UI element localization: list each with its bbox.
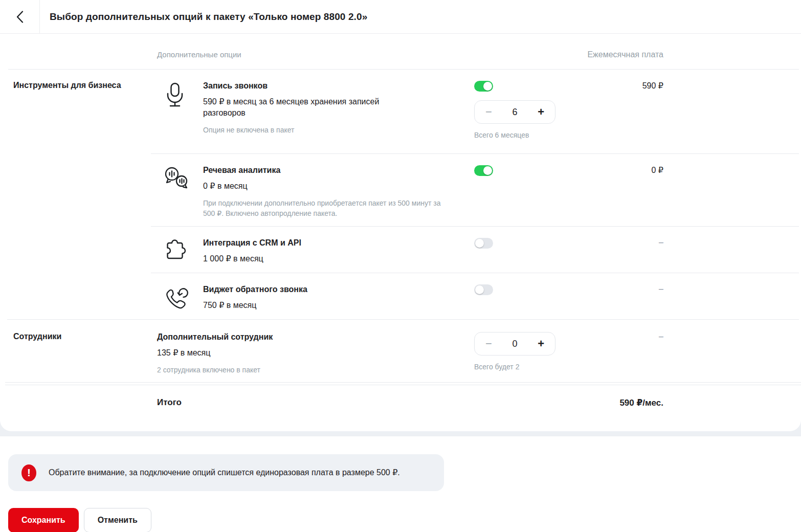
- option-description: 750 ₽ в месяц: [203, 300, 307, 311]
- option-description: 1 000 ₽ в месяц: [203, 253, 301, 264]
- option-fee: 0 ₽: [556, 165, 663, 175]
- total-label: Итого: [157, 397, 182, 408]
- option-note: 2 сотрудника включено в пакет: [157, 365, 273, 375]
- action-buttons: Сохранить Отменить: [8, 508, 801, 532]
- column-header-fee: Ежемесячная плата: [587, 50, 663, 59]
- call-recording-stepper: − 6 +: [474, 100, 555, 124]
- option-title: Виджет обратного звонка: [203, 284, 307, 295]
- crm-api-toggle[interactable]: [474, 238, 493, 249]
- option-fee: –: [556, 332, 663, 341]
- extra-employee-stepper: − 0 +: [474, 332, 555, 356]
- stepper-value: 0: [512, 339, 517, 349]
- options-card: Дополнительные опции Ежемесячная плата И…: [0, 34, 801, 431]
- section-label-business: Инструменты для бизнеса: [13, 81, 121, 90]
- table-header-row: Дополнительные опции Ежемесячная плата: [0, 34, 801, 69]
- content-background: Дополнительные опции Ежемесячная плата И…: [0, 34, 801, 436]
- stepper-increase-button[interactable]: +: [536, 104, 546, 120]
- option-note: При подключении дополнительно приобретае…: [203, 198, 448, 218]
- option-fee: –: [556, 238, 663, 247]
- total-row: Итого 590 ₽/мес.: [0, 385, 801, 431]
- option-row-callback-widget: Виджет обратного звонка 750 ₽ в месяц –: [0, 273, 801, 319]
- stepper-decrease-button[interactable]: −: [483, 336, 494, 351]
- exclamation-icon: !: [21, 464, 36, 481]
- stepper-hint: Всего 6 месяцев: [474, 131, 556, 139]
- option-row-call-recording: Инструменты для бизнеса Запись звонков 5…: [0, 70, 801, 153]
- toggle-knob: [483, 82, 492, 91]
- speech-analytics-icon: [157, 165, 203, 218]
- notice-text: Обратите внимание, за подключение опций …: [49, 467, 400, 478]
- cancel-button[interactable]: Отменить: [84, 508, 151, 532]
- chevron-left-icon: [16, 10, 24, 24]
- one-time-fee-notice: ! Обратите внимание, за подключение опци…: [8, 454, 444, 491]
- puzzle-icon: [157, 238, 203, 264]
- option-description: 135 ₽ в месяц: [157, 347, 273, 359]
- save-button[interactable]: Сохранить: [8, 508, 79, 532]
- option-description: 590 ₽ в месяц за 6 месяцев хранения запи…: [203, 96, 382, 119]
- option-title: Дополнительный сотрудник: [157, 332, 273, 342]
- option-title: Интеграция с CRM и API: [203, 238, 301, 248]
- option-fee: –: [556, 284, 663, 294]
- toggle-knob: [483, 166, 492, 175]
- option-title: Запись звонков: [203, 81, 382, 91]
- toggle-knob: [475, 285, 484, 294]
- call-recording-toggle[interactable]: [474, 81, 493, 92]
- stepper-decrease-button[interactable]: −: [483, 104, 494, 120]
- toggle-knob: [475, 239, 484, 248]
- option-description: 0 ₽ в месяц: [203, 181, 382, 192]
- top-bar: Выбор дополнительных опций к пакету «Тол…: [0, 0, 801, 34]
- stepper-increase-button[interactable]: +: [536, 336, 546, 351]
- option-note: Опция не включена в пакет: [203, 125, 382, 135]
- microphone-icon: [157, 81, 203, 135]
- stepper-hint: Всего будет 2: [474, 363, 556, 371]
- stepper-value: 6: [512, 107, 517, 118]
- back-button[interactable]: [0, 0, 40, 33]
- phone-callback-icon: [157, 284, 203, 311]
- total-value: 590 ₽/мес.: [556, 397, 663, 408]
- option-row-speech-analytics: Речевая аналитика 0 ₽ в месяц При подклю…: [0, 154, 801, 226]
- option-row-crm-api: Интеграция с CRM и API 1 000 ₽ в месяц –: [0, 227, 801, 273]
- option-fee: 590 ₽: [556, 81, 663, 91]
- speech-analytics-toggle[interactable]: [474, 165, 493, 176]
- column-header-options: Дополнительные опции: [157, 50, 241, 59]
- option-row-extra-employee: Сотрудники Дополнительный сотрудник 135 …: [0, 320, 801, 382]
- callback-widget-toggle[interactable]: [474, 284, 493, 295]
- option-title: Речевая аналитика: [203, 165, 448, 175]
- page-title: Выбор дополнительных опций к пакету «Тол…: [50, 11, 367, 23]
- section-label-employees: Сотрудники: [13, 332, 61, 341]
